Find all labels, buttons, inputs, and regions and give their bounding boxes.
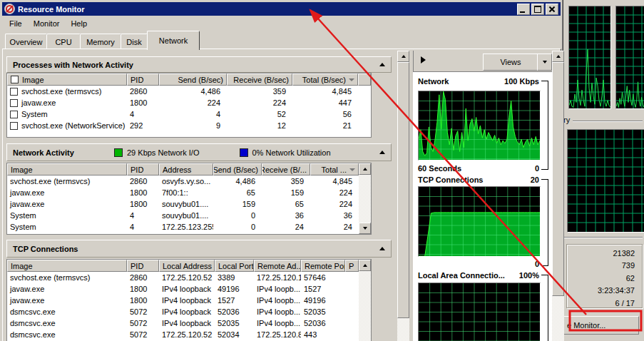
table-cell: javaw.exe (7, 188, 127, 197)
column-header-remote-ad-[interactable]: Remote Ad... (254, 260, 301, 272)
stat-value: 3:23:34:37 (567, 285, 635, 297)
table-cell: 1800 (127, 188, 159, 197)
tcp-connections-panel-header: TCP Connections (6, 240, 392, 258)
tab-overview[interactable]: Overview (5, 34, 47, 49)
table-row[interactable]: javaw.exe1800IPv4 loopback1527IPv4 loopb… (7, 295, 371, 306)
column-header-receive-b-sec-[interactable]: Receive (B/sec) (227, 73, 292, 86)
table-scrollbar[interactable] (359, 163, 371, 234)
scale-bracket (541, 275, 548, 341)
views-dropdown-button[interactable] (537, 54, 552, 71)
column-header-pid[interactable]: PID (127, 260, 159, 272)
table-row[interactable]: javaw.exe1800224224447 (7, 97, 371, 108)
stat-value: 6 / 17 (567, 297, 635, 310)
table-row[interactable]: svchost.exe (termsvcs)2860osvyfs.vy.so..… (7, 175, 371, 187)
table-row[interactable]: dsmcsvc.exe5072172.25.120.5252034172.25.… (7, 329, 371, 340)
table-row[interactable]: javaw.exe1800souvybu01....15965224 (7, 198, 371, 210)
column-header-image[interactable]: Image (7, 260, 127, 272)
table-row[interactable]: dsmcsvc.exe5072IPv4 loopback52035IPv4 lo… (7, 317, 371, 329)
tcp-connections-panel-title: TCP Connections (13, 245, 78, 253)
table-cell: 292 (127, 121, 159, 130)
column-header-image[interactable]: Image (7, 73, 127, 86)
screen: ry 21382 739 62 3:23:34:37 6 / 17 e Moni… (0, 0, 644, 341)
tab-disk[interactable]: Disk (121, 34, 148, 49)
collapse-button[interactable] (377, 60, 388, 70)
table-cell: 4 (127, 110, 159, 118)
table-cell: 65 (262, 200, 310, 208)
network-utilization-legend: 0% Network Utilization (252, 148, 331, 157)
table-cell: 5072 (127, 319, 159, 327)
table-cell: 49196 (301, 296, 345, 305)
resource-monitor-window: Resource Monitor File Monitor Help Overv… (0, 0, 563, 341)
column-header-remote-port[interactable]: Remote Port (301, 260, 345, 272)
scrollbar-thumb[interactable] (397, 62, 409, 318)
table-row[interactable]: svchost.exe (termsvcs)2860172.25.120.523… (7, 272, 371, 283)
collapse-button[interactable] (377, 244, 388, 254)
column-header-p[interactable]: P (345, 260, 359, 272)
main-scrollbar[interactable] (397, 51, 409, 341)
column-header-label: Receive (B/sec) (233, 76, 289, 84)
column-header-address[interactable]: Address (159, 163, 213, 175)
table-cell: 4,486 (213, 177, 262, 185)
menu-file[interactable]: File (4, 18, 28, 29)
table-cell: dsmcsvc.exe (7, 319, 127, 327)
table-row[interactable]: System4souvybu01....03636 (7, 210, 371, 221)
table-cell: 359 (227, 87, 292, 96)
column-header-pid[interactable]: PID (127, 73, 159, 86)
scroll-up-button[interactable] (552, 51, 564, 62)
table-row[interactable]: svchost.exe (termsvcs)28604,4863594,845 (7, 86, 371, 97)
stat-value: 21382 (567, 248, 635, 260)
table-row[interactable]: javaw.exe1800IPv4 loopback49196IPv4 loop… (7, 283, 371, 295)
column-header-pid[interactable]: PID (127, 163, 159, 175)
scrollbar-track[interactable] (552, 296, 564, 341)
row-checkbox[interactable] (10, 122, 18, 130)
tab-memory[interactable]: Memory (80, 34, 121, 49)
scrollbar-track[interactable] (359, 175, 371, 223)
table-cell: 4,845 (292, 87, 358, 96)
tab-network[interactable]: Network (147, 31, 200, 50)
row-checkbox[interactable] (10, 99, 18, 107)
maximize-button[interactable] (531, 4, 544, 15)
table-cell: javaw.exe (7, 296, 127, 305)
table-row[interactable]: System445256 (7, 108, 371, 120)
scrollbar-track[interactable] (397, 318, 409, 341)
row-checkbox[interactable] (10, 88, 18, 96)
table-cell: 1527 (301, 285, 345, 293)
row-checkbox[interactable] (10, 111, 18, 118)
column-header-receive-b-[interactable]: Receive (B/... (262, 163, 310, 175)
table-row[interactable]: dsmcsvc.exe5072IPv4 loopback52036IPv4 lo… (7, 306, 371, 317)
views-button[interactable]: Views (483, 54, 538, 71)
column-header-local-port[interactable]: Local Port (215, 260, 254, 272)
close-button[interactable] (546, 4, 558, 15)
graphs-scrollbar[interactable] (552, 51, 564, 341)
menu-help[interactable]: Help (65, 18, 93, 29)
table-row[interactable]: svchost.exe (NetworkService)29291221 (7, 120, 371, 131)
table-cell: 3389 (215, 273, 254, 282)
column-header-local-address[interactable]: Local Address (159, 260, 215, 272)
scroll-up-button[interactable] (359, 260, 371, 271)
collapse-button[interactable] (377, 148, 388, 158)
scroll-up-button[interactable] (397, 51, 409, 62)
minimize-button[interactable] (517, 4, 530, 15)
column-header-send-b-sec-[interactable]: Send (B/sec) (213, 163, 262, 175)
scroll-up-button[interactable] (359, 163, 371, 175)
tab-cpu[interactable]: CPU (46, 34, 81, 49)
menu-monitor[interactable]: Monitor (28, 18, 66, 29)
scrollbar-track[interactable] (359, 271, 371, 341)
resource-monitor-button[interactable]: e Monitor... (561, 316, 639, 335)
select-all-checkbox[interactable] (11, 76, 19, 83)
column-header-total-b-sec-[interactable]: Total (B/sec) (292, 73, 358, 86)
column-header-image[interactable]: Image (7, 163, 127, 175)
table-cell: 159 (262, 188, 310, 197)
table-scrollbar[interactable] (359, 260, 371, 341)
table-row[interactable]: System4172.25.123.25502424 (7, 221, 371, 233)
network-activity-panel-header: Network Activity 29 Kbps Network I/O 0% … (6, 143, 392, 161)
table-cell: 2860 (127, 273, 159, 282)
column-header-send-b-sec-[interactable]: Send (B/sec) (159, 73, 227, 86)
title-bar[interactable]: Resource Monitor (2, 2, 561, 16)
table-cell: souvybu01.... (159, 200, 213, 208)
expand-pane-icon[interactable] (421, 56, 426, 63)
scrollbar-thumb[interactable] (552, 62, 564, 296)
scroll-down-button[interactable] (359, 223, 371, 234)
column-header-total-[interactable]: Total ... (310, 163, 359, 175)
table-row[interactable]: javaw.exe18007f00:1::65159224 (7, 187, 371, 198)
